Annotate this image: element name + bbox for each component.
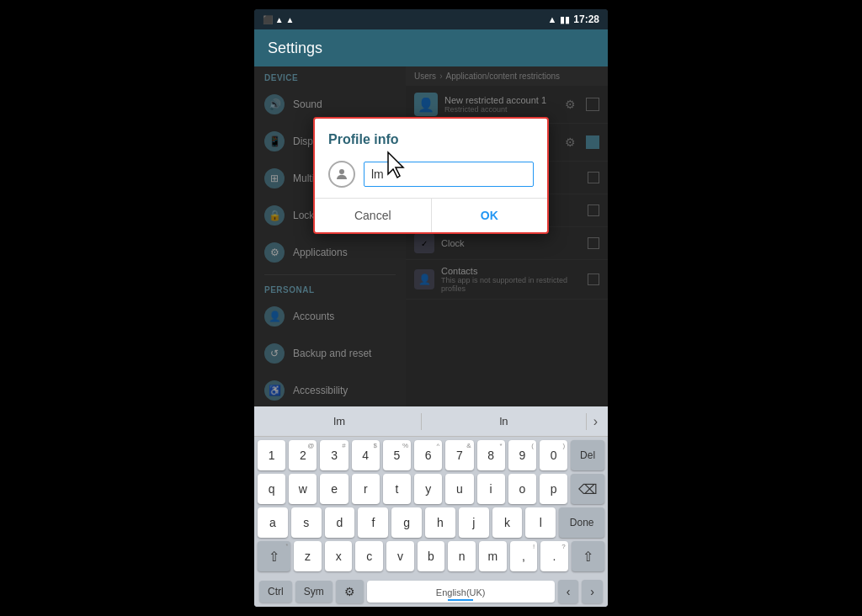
shift-right-key[interactable]: ⇧ — [572, 541, 604, 571]
key-s[interactable]: s — [291, 507, 322, 538]
key-y[interactable]: y — [414, 474, 442, 504]
qwerty-row: q w e r t y u i o p ⌫ — [258, 474, 604, 504]
key-comma[interactable]: ,! — [510, 541, 538, 571]
backspace-key[interactable]: ⌫ — [571, 474, 604, 504]
done-key[interactable]: Done — [559, 507, 604, 538]
key-x[interactable]: x — [325, 541, 353, 571]
key-u[interactable]: u — [445, 474, 473, 504]
shift-key[interactable]: ⇧* — [258, 541, 290, 571]
key-4[interactable]: 4$ — [352, 440, 380, 470]
key-d[interactable]: d — [325, 507, 355, 538]
key-m[interactable]: m — [479, 541, 507, 571]
key-c[interactable]: c — [355, 541, 383, 571]
key-7[interactable]: 7& — [445, 440, 473, 470]
space-key[interactable]: English(UK) — [367, 581, 555, 603]
key-3[interactable]: 3# — [320, 440, 348, 470]
suggestion-divider2 — [586, 413, 587, 430]
key-1[interactable]: 1 — [258, 440, 285, 470]
key-z[interactable]: z — [294, 541, 322, 571]
key-f[interactable]: f — [358, 507, 388, 538]
arrow-right-key[interactable]: › — [582, 580, 603, 603]
phone-frame: ⬛ ▲ ▲ ▲ ▮▮ 17:28 Settings DEVICE 🔊 Sound… — [254, 9, 608, 607]
ok-button[interactable]: OK — [432, 199, 548, 232]
arrow-left-key[interactable]: ‹ — [558, 580, 579, 603]
key-n[interactable]: n — [448, 541, 476, 571]
dialog-avatar-row — [315, 154, 547, 198]
key-p[interactable]: p — [540, 474, 567, 504]
key-g[interactable]: g — [391, 507, 422, 538]
suggestion-divider — [421, 413, 422, 430]
settings-kb-icon[interactable]: ⚙ — [336, 580, 364, 603]
space-label: English(UK) — [436, 587, 486, 597]
key-i[interactable]: i — [477, 474, 505, 504]
key-q[interactable]: q — [258, 474, 285, 504]
key-w[interactable]: w — [289, 474, 317, 504]
key-h[interactable]: h — [425, 507, 455, 538]
key-r[interactable]: r — [352, 474, 380, 504]
key-j[interactable]: j — [459, 507, 489, 538]
suggestion-more-icon[interactable]: › — [590, 414, 601, 429]
sym-button[interactable]: Sym — [295, 581, 333, 603]
key-5[interactable]: 5% — [383, 440, 411, 470]
key-b[interactable]: b — [418, 541, 445, 571]
key-period[interactable]: .? — [540, 541, 568, 571]
notification-icons: ⬛ ▲ ▲ — [263, 15, 294, 24]
status-bar: ⬛ ▲ ▲ ▲ ▮▮ 17:28 — [254, 9, 608, 29]
key-t[interactable]: t — [383, 474, 411, 504]
key-8[interactable]: 8* — [477, 440, 505, 470]
suggestion-lm[interactable]: lm — [261, 412, 418, 431]
keyboard-bottom-bar: Ctrl Sym ⚙ English(UK) ‹ › — [254, 576, 608, 607]
key-k[interactable]: k — [492, 507, 523, 538]
asdf-row: a s d f g h j k l Done — [258, 507, 604, 538]
key-2[interactable]: 2@ — [289, 440, 317, 470]
key-v[interactable]: v — [386, 541, 414, 571]
app-title: Settings — [268, 40, 322, 57]
key-l[interactable]: l — [525, 507, 556, 538]
keyboard-keys: 1 2@ 3# 4$ 5% 6^ 7& 8* 9( 0) Del q w e r… — [254, 437, 608, 576]
content-area: DEVICE 🔊 Sound 📱 Display ⊞ Multi window … — [254, 66, 608, 406]
key-a[interactable]: a — [258, 507, 288, 538]
avatar — [328, 161, 355, 188]
key-9[interactable]: 9( — [508, 440, 536, 470]
status-right: ▲ ▮▮ 17:28 — [547, 13, 599, 25]
dialog-overlay: Profile info Cancel OK — [254, 66, 608, 406]
space-indicator — [448, 599, 473, 601]
keyboard-suggestions: lm ln › — [254, 406, 608, 437]
key-0[interactable]: 0) — [540, 440, 567, 470]
number-row: 1 2@ 3# 4$ 5% 6^ 7& 8* 9( 0) Del — [258, 440, 604, 470]
zxcv-row: ⇧* z x c v b n m ,! .? ⇧ — [258, 541, 604, 571]
app-bar: Settings — [254, 29, 608, 66]
suggestion-ln[interactable]: ln — [425, 412, 582, 431]
dialog-buttons: Cancel OK — [315, 198, 547, 232]
cancel-button[interactable]: Cancel — [315, 199, 432, 232]
key-o[interactable]: o — [508, 474, 536, 504]
ctrl-button[interactable]: Ctrl — [259, 581, 292, 603]
wifi-icon: ▲ — [547, 14, 556, 24]
profile-name-input[interactable] — [364, 162, 534, 187]
dialog-title: Profile info — [315, 119, 547, 154]
svg-point-0 — [339, 169, 344, 174]
del-key[interactable]: Del — [571, 440, 604, 470]
status-icons: ⬛ ▲ ▲ — [263, 15, 294, 24]
profile-info-dialog: Profile info Cancel OK — [313, 117, 549, 234]
status-time: 17:28 — [573, 13, 599, 25]
key-6[interactable]: 6^ — [414, 440, 442, 470]
key-e[interactable]: e — [320, 474, 348, 504]
keyboard: lm ln › 1 2@ 3# 4$ 5% 6^ 7& 8* 9( 0) Del — [254, 406, 608, 607]
battery-icon: ▮▮ — [560, 14, 570, 25]
